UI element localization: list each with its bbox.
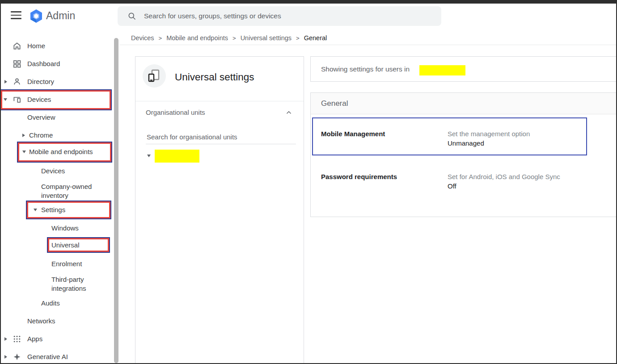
annotation-box-mobile-and-endpoints <box>18 142 111 162</box>
sidebar-item-directory[interactable]: Directory <box>0 74 112 90</box>
sidebar-item-label: Windows <box>51 224 79 233</box>
sidebar-scrollbar[interactable] <box>114 38 118 363</box>
expand-arrow-icon <box>147 155 151 157</box>
breadcrumb-universal-settings[interactable]: Universal settings <box>241 34 292 42</box>
person-icon <box>13 77 21 86</box>
sidebar-item-label: Overview <box>27 113 55 122</box>
menu-icon[interactable] <box>11 11 21 19</box>
sidebar-item-apps[interactable]: Apps <box>0 331 112 347</box>
ou-search-input[interactable] <box>146 130 296 144</box>
google-admin-logo-icon <box>29 8 44 24</box>
sidebar-item-overview[interactable]: Overview <box>0 109 112 126</box>
app-title: Admin <box>46 10 75 22</box>
mobile-devices-icon <box>143 64 166 88</box>
breadcrumb-current-general: General <box>304 34 327 42</box>
search-input[interactable] <box>143 12 422 21</box>
sidebar-item-label: Directory <box>27 77 54 86</box>
breadcrumb-separator: > <box>159 35 162 42</box>
setting-label: Password requirements <box>321 173 397 180</box>
sidebar-item-networks[interactable]: Networks <box>0 313 112 329</box>
expand-arrow-icon <box>4 337 7 341</box>
panel-title: Universal settings <box>175 71 254 83</box>
sidebar-item-windows[interactable]: Windows <box>0 220 112 236</box>
sidebar-item-devices-sub[interactable]: Devices <box>0 163 112 179</box>
scope-banner: Showing settings for users in <box>310 56 617 82</box>
screenshot-frame <box>0 0 1 364</box>
setting-description: Set for Android, iOS and Google Sync <box>448 173 560 180</box>
sparkle-icon <box>13 352 21 361</box>
scope-banner-text: Showing settings for users in <box>321 65 410 73</box>
sidebar-item-label: Audits <box>41 299 60 308</box>
expand-arrow-icon <box>4 355 7 359</box>
sidebar-item-label: Third-party integrations <box>51 275 101 293</box>
sidebar-item-label: Generative AI <box>27 352 68 361</box>
breadcrumb-mobile-and-endpoints[interactable]: Mobile and endpoints <box>166 34 228 42</box>
universal-settings-panel: Universal settings Organisational units <box>135 56 304 364</box>
sidebar-item-label: Home <box>27 42 45 50</box>
screenshot-frame <box>0 0 617 4</box>
sidebar-item-label: Networks <box>27 317 55 326</box>
chevron-up-icon[interactable] <box>285 109 293 117</box>
panel-divider <box>135 101 304 101</box>
admin-console-page: Admin Devices > Mobile and endpoints > U… <box>0 0 617 364</box>
breadcrumb-separator: > <box>232 35 236 42</box>
breadcrumb-separator: > <box>296 35 300 42</box>
annotation-box-mobile-management <box>312 117 587 155</box>
home-icon <box>13 42 21 50</box>
apps-grid-icon <box>13 335 21 343</box>
breadcrumb: Devices > Mobile and endpoints > Univers… <box>131 33 327 43</box>
sidebar-item-company-owned-inventory[interactable]: Company-owned inventory <box>0 181 112 201</box>
breadcrumb-divider <box>119 45 617 45</box>
sidebar-item-label: Company-owned inventory <box>41 182 99 200</box>
annotation-box-settings <box>27 201 110 218</box>
breadcrumb-devices[interactable]: Devices <box>131 34 154 42</box>
redacted-ou-name <box>155 150 199 163</box>
organisational-units-header[interactable]: Organisational units <box>146 109 205 116</box>
expand-arrow-icon <box>22 134 25 137</box>
sidebar-item-label: Apps <box>27 335 42 343</box>
setting-value: Off <box>448 182 456 190</box>
expand-arrow-icon <box>4 80 7 84</box>
sidebar-item-label: Dashboard <box>27 59 60 68</box>
sidebar-item-dashboard[interactable]: Dashboard <box>0 56 112 72</box>
sidebar-item-label: Enrolment <box>51 259 82 268</box>
dashboard-icon <box>13 59 21 68</box>
redacted-ou-value <box>419 65 465 75</box>
sidebar-item-label: Devices <box>41 167 65 176</box>
sidebar-item-label: Chrome <box>29 131 53 140</box>
sidebar-item-chrome[interactable]: Chrome <box>0 127 112 143</box>
annotation-box-universal <box>48 238 109 252</box>
general-section-header: General <box>311 93 617 114</box>
sidebar-item-third-party-integrations[interactable]: Third-party integrations <box>0 274 112 293</box>
ou-tree-item[interactable] <box>135 150 304 163</box>
section-title: General <box>321 99 348 108</box>
sidebar-item-generative-ai[interactable]: Generative AI <box>0 349 112 364</box>
sidebar-item-home[interactable]: Home <box>0 38 112 54</box>
sidebar-item-enrolment[interactable]: Enrolment <box>0 256 112 272</box>
annotation-box-devices <box>1 90 111 109</box>
sidebar-item-audits[interactable]: Audits <box>0 295 112 311</box>
search-icon <box>127 12 136 21</box>
global-search[interactable] <box>118 6 441 26</box>
